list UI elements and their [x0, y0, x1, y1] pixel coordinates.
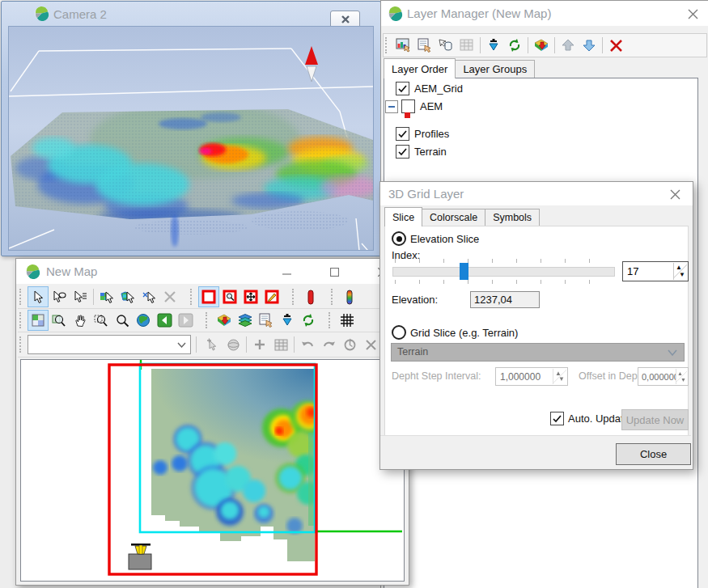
- minimize-icon: [282, 268, 291, 277]
- borehole-tool-button[interactable]: [300, 286, 321, 307]
- offset-spinbox[interactable]: ▲ ▼: [638, 367, 689, 386]
- checkbox-checked[interactable]: [396, 127, 409, 141]
- new-map-title: New Map: [46, 264, 97, 278]
- scale-combobox-input[interactable]: [30, 336, 171, 353]
- add-grid-layer-button[interactable]: [393, 35, 414, 56]
- select-polygon-tool-button[interactable]: [117, 286, 138, 307]
- add-point-tool-button[interactable]: [201, 334, 223, 355]
- radio-selected-icon[interactable]: [392, 231, 406, 246]
- maximize-button[interactable]: [316, 260, 353, 284]
- profile-rectangle-tool-button[interactable]: [198, 286, 219, 307]
- close-button[interactable]: Close: [616, 443, 691, 465]
- borehole-colorlog-tool-button[interactable]: [339, 286, 360, 307]
- move-layer-down-button[interactable]: [579, 35, 600, 56]
- grid-slice-option[interactable]: Grid Slice (e.g. Terrain): [392, 325, 518, 340]
- index-spinbox-input[interactable]: [625, 264, 671, 279]
- table-button[interactable]: [270, 334, 291, 355]
- lasso-select-tool-button[interactable]: [49, 286, 70, 307]
- zoom-to-layer-button[interactable]: [531, 35, 552, 56]
- select-list-tool-button[interactable]: [70, 286, 91, 307]
- tab-slice[interactable]: Slice: [384, 207, 422, 226]
- scale-combobox[interactable]: [28, 335, 191, 354]
- layers-button[interactable]: [235, 310, 256, 331]
- red-capsule-icon: [307, 290, 315, 305]
- rotate-button[interactable]: [339, 334, 360, 355]
- minimize-button[interactable]: [269, 260, 305, 284]
- arrow-down-icon: [582, 38, 596, 53]
- checkbox-checked[interactable]: [396, 82, 409, 95]
- zoom-to-layer-button[interactable]: [214, 310, 235, 331]
- refresh-layers-button[interactable]: [504, 35, 525, 56]
- select-map-tool-button[interactable]: [96, 286, 117, 307]
- tab-symbols[interactable]: Symbols: [485, 209, 540, 226]
- tab-layer-order[interactable]: Layer Order: [384, 58, 456, 78]
- zoom-tool-button[interactable]: [112, 310, 133, 331]
- grid-source-dropdown[interactable]: Terrain: [391, 343, 685, 362]
- camera-window-title: Camera 2: [53, 7, 107, 21]
- grid-toggle-button[interactable]: [337, 310, 358, 331]
- index-slider-thumb[interactable]: [460, 263, 468, 280]
- spinner-buttons[interactable]: ▲ ▼: [673, 263, 687, 280]
- refresh-button[interactable]: [298, 310, 319, 331]
- map-toolbar-navigate: [18, 309, 407, 332]
- auto-update-checkbox[interactable]: [550, 412, 564, 425]
- cursor-list-icon: [73, 290, 87, 304]
- arrow-right-gray-icon: [178, 313, 193, 328]
- nav-forward-button[interactable]: [175, 310, 196, 331]
- layer-row-aem[interactable]: AEM: [385, 99, 443, 113]
- app-logo-icon: [34, 6, 49, 21]
- depth-step-spinbox[interactable]: ▲ ▼: [495, 367, 568, 386]
- zoom-box-tool-button[interactable]: [28, 310, 49, 331]
- profile-edit-tool-button[interactable]: [261, 286, 282, 307]
- attribute-table-button[interactable]: [456, 35, 477, 56]
- layer-properties-button[interactable]: [414, 35, 435, 56]
- layer-manager-close-button[interactable]: [686, 7, 699, 20]
- pan-tool-button[interactable]: [70, 310, 91, 331]
- full-extent-button[interactable]: [133, 310, 154, 331]
- add-layer-button[interactable]: [483, 35, 504, 56]
- redo-button[interactable]: [318, 334, 339, 355]
- offset-input[interactable]: [640, 370, 677, 383]
- radio-unselected-icon[interactable]: [392, 325, 406, 340]
- layer-row-terrain[interactable]: Terrain: [396, 145, 447, 159]
- profile-pan-tool-button[interactable]: [240, 286, 261, 307]
- layer-label: AEM_Grid: [414, 82, 463, 95]
- depth-step-input[interactable]: [498, 370, 550, 383]
- undo-button[interactable]: [297, 334, 318, 355]
- nav-back-button[interactable]: [154, 310, 175, 331]
- collapse-expander-icon[interactable]: [385, 100, 398, 113]
- camera-3d-viewport[interactable]: [8, 26, 374, 251]
- auto-update-option[interactable]: Auto. Update: [550, 412, 630, 425]
- select-tool-button[interactable]: [28, 286, 49, 307]
- clear-selection-button[interactable]: [159, 286, 180, 307]
- index-spinbox[interactable]: ▲ ▼: [622, 261, 689, 281]
- layer-row-profiles[interactable]: Profiles: [396, 127, 449, 141]
- grid-dialog-close-button[interactable]: [668, 188, 681, 201]
- index-slider-track[interactable]: [392, 267, 615, 277]
- layer-row-aem-grid[interactable]: AEM_Grid: [396, 82, 463, 95]
- slice-tab-page: Elevation Slice Index: ▲ ▼ Elevation: 12…: [384, 226, 689, 436]
- toolbar-grip: [385, 37, 390, 53]
- sphere-tool-button[interactable]: [223, 334, 244, 355]
- tab-colorscale[interactable]: Colorscale: [422, 209, 485, 226]
- desktop: Camera 2: [0, 0, 708, 588]
- move-layer-up-button[interactable]: [557, 35, 579, 56]
- zoom-window-tool-button[interactable]: [91, 310, 112, 331]
- edit-colorscale-button[interactable]: [435, 35, 456, 56]
- checkbox-checked[interactable]: [396, 145, 409, 159]
- properties-button[interactable]: [256, 310, 277, 331]
- delete-button[interactable]: [360, 334, 381, 355]
- elevation-slice-option[interactable]: Elevation Slice: [392, 231, 479, 246]
- add-button[interactable]: [249, 334, 270, 355]
- profile-zoom-tool-button[interactable]: [219, 286, 240, 307]
- camera-window: Camera 2: [1, 1, 381, 256]
- deselect-map-tool-button[interactable]: [138, 286, 159, 307]
- tab-layer-groups[interactable]: Layer Groups: [455, 60, 535, 78]
- map-viewport[interactable]: [20, 359, 405, 582]
- add-layer-button[interactable]: [277, 310, 298, 331]
- delete-layer-button[interactable]: [605, 35, 626, 56]
- checkbox-unchecked[interactable]: [401, 99, 415, 113]
- zoom-region-tool-button[interactable]: [49, 310, 70, 331]
- update-now-button[interactable]: Update Now: [621, 409, 689, 430]
- layer-manager-toolbar: [383, 33, 707, 57]
